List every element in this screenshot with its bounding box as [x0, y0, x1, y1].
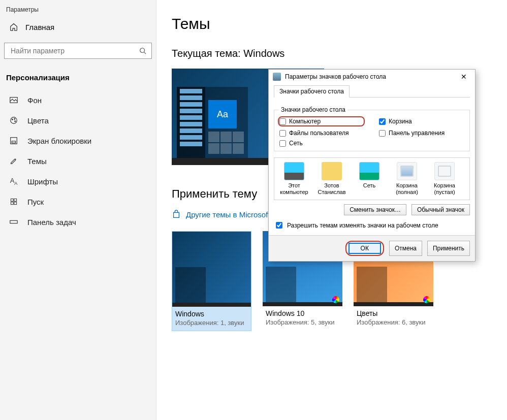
allow-themes-label: Разрешить темам изменять значки на рабоч… [287, 222, 438, 229]
nav-start[interactable]: Пуск [0, 191, 156, 212]
fonts-icon: AA [9, 177, 18, 186]
page-title: Темы [172, 15, 507, 33]
check-label: Корзина [389, 118, 412, 125]
nav-label: Темы [27, 157, 47, 166]
tab-desktop-icons[interactable]: Значки рабочего стола [274, 85, 350, 98]
current-theme-label: Текущая тема: Windows [172, 48, 507, 59]
icon-recycle-full[interactable]: Корзина(полная) [390, 162, 424, 196]
change-icon-button[interactable]: Сменить значок… [344, 204, 406, 215]
svg-point-2 [11, 117, 17, 124]
checkbox-network[interactable] [279, 140, 286, 147]
lockscreen-icon [9, 136, 18, 145]
svg-rect-9 [14, 199, 17, 201]
apply-button[interactable]: Применить [427, 241, 470, 256]
svg-point-0 [140, 48, 145, 53]
svg-point-5 [15, 121, 16, 122]
nav-label: Фон [27, 96, 42, 105]
dialog-title: Параметры значков рабочего стола [285, 73, 386, 80]
check-computer[interactable]: Компьютер [278, 116, 365, 126]
check-userfiles[interactable]: Файлы пользователя [279, 130, 365, 137]
checkbox-userfiles[interactable] [279, 130, 286, 137]
store-icon [172, 210, 181, 219]
search-input[interactable] [10, 46, 139, 55]
theme-name: Windows 10 [263, 306, 342, 318]
checks-group: Компьютер Корзина Файлы пользователя Пан… [274, 110, 470, 151]
nav-label: Экран блокировки [27, 137, 91, 145]
default-icon-button[interactable]: Обычный значок [411, 204, 470, 215]
close-icon[interactable]: ✕ [457, 73, 471, 81]
check-recycle[interactable]: Корзина [379, 116, 464, 126]
brush-icon [9, 156, 18, 166]
check-label: Сеть [289, 140, 303, 147]
tab-strip: Значки рабочего стола [274, 85, 470, 98]
svg-rect-10 [11, 202, 13, 205]
check-label: Панель управления [389, 130, 445, 137]
dialog-footer: ОК Отмена Применить [269, 235, 475, 261]
icon-network[interactable]: Сеть [353, 162, 386, 196]
theme-meta: Изображения: 1, звуки [172, 319, 251, 331]
group-label: Значки рабочего стола [279, 106, 347, 113]
start-icon [9, 197, 18, 206]
sidebar: Параметры Главная Персонализация Фон Цве… [0, 0, 156, 420]
nav-fonts[interactable]: AA Шрифты [0, 171, 156, 191]
theme-meta: Изображения: 5, звуки [263, 318, 342, 330]
icon-label: Этоткомпьютер [277, 182, 311, 196]
search-box[interactable] [4, 43, 152, 59]
theme-card-windows[interactable]: Windows Изображения: 1, звуки [172, 231, 251, 331]
ok-button[interactable]: ОК [348, 243, 381, 254]
home-icon [9, 22, 18, 31]
section-title: Персонализация [0, 68, 156, 90]
icon-listbox[interactable]: Этоткомпьютер ЗотовСтанислав Сеть Корзин… [274, 157, 470, 200]
svg-rect-8 [11, 199, 13, 201]
svg-rect-12 [10, 220, 17, 223]
check-network[interactable]: Сеть [279, 140, 365, 147]
svg-point-3 [12, 119, 13, 120]
svg-point-4 [14, 118, 15, 119]
icon-label: Корзина(полная) [390, 182, 424, 196]
nav-colors[interactable]: Цвета [0, 110, 156, 131]
nav-label: Пуск [27, 198, 44, 206]
nav-label: Цвета [27, 116, 49, 125]
nav-taskbar[interactable]: Панель задач [0, 212, 156, 232]
store-link-label: Другие темы в Microsoft S [186, 210, 277, 219]
icon-label: Корзина(пустая) [428, 182, 461, 196]
nav-label: Шрифты [27, 177, 58, 186]
preview-start-menu: Aa [177, 87, 248, 158]
search-icon [139, 47, 146, 54]
theme-name: Цветы [354, 306, 433, 318]
palette-icon [9, 116, 18, 125]
checkbox-allow-themes[interactable] [276, 222, 282, 229]
svg-rect-7 [12, 141, 15, 143]
home-label: Главная [25, 23, 54, 31]
icon-user[interactable]: ЗотовСтанислав [315, 162, 348, 196]
cancel-button[interactable]: Отмена [389, 241, 422, 256]
check-label: Файлы пользователя [289, 130, 348, 137]
app-title: Параметры [0, 0, 156, 16]
home-nav[interactable]: Главная [0, 16, 156, 38]
taskbar-icon [9, 217, 18, 227]
icon-label: Сеть [353, 182, 386, 189]
icon-label: ЗотовСтанислав [315, 182, 348, 196]
nav-background[interactable]: Фон [0, 90, 156, 110]
nav-label: Панель задач [27, 218, 76, 227]
icon-recycle-empty[interactable]: Корзина(пустая) [428, 162, 461, 196]
checkbox-recycle[interactable] [379, 118, 386, 125]
checkbox-cpanel[interactable] [379, 130, 386, 137]
icon-this-pc[interactable]: Этоткомпьютер [277, 162, 311, 196]
checkbox-computer[interactable] [279, 118, 286, 125]
check-label: Компьютер [289, 118, 321, 125]
allow-themes-check[interactable]: Разрешить темам изменять значки на рабоч… [274, 220, 470, 230]
theme-meta: Изображения: 6, звуки [354, 318, 433, 330]
picture-icon [9, 95, 18, 105]
svg-rect-11 [14, 202, 17, 205]
ok-highlight: ОК [345, 241, 384, 256]
check-cpanel[interactable]: Панель управления [379, 130, 464, 137]
nav-lockscreen[interactable]: Экран блокировки [0, 131, 156, 151]
dialog-icon [273, 73, 281, 81]
desktop-icons-dialog: Параметры значков рабочего стола ✕ Значк… [268, 69, 476, 262]
preview-tile: Aa [208, 100, 237, 128]
dialog-titlebar[interactable]: Параметры значков рабочего стола ✕ [269, 70, 475, 84]
theme-name: Windows [172, 307, 251, 319]
nav-themes[interactable]: Темы [0, 151, 156, 171]
